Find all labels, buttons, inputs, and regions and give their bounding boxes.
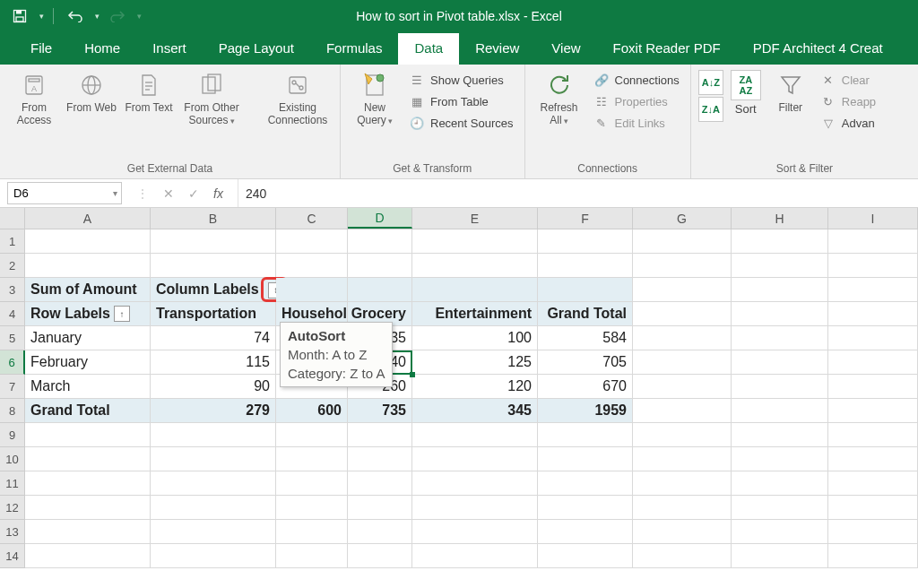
cell[interactable]: 125 [412, 350, 538, 375]
cell[interactable] [828, 399, 918, 423]
cell[interactable]: Sum of Amount [25, 278, 151, 302]
cell[interactable] [412, 254, 538, 278]
formula-input[interactable]: 240 [238, 179, 918, 207]
cell[interactable] [538, 278, 633, 302]
name-box[interactable]: D6 ▾ [7, 182, 122, 204]
advanced-button[interactable]: ▽Advan [817, 113, 879, 133]
row-header[interactable]: 14 [0, 544, 25, 568]
qat-dropdown-icon[interactable]: ▾ [39, 12, 44, 21]
cell[interactable]: 100 [412, 326, 538, 350]
row-header[interactable]: 1 [0, 229, 25, 254]
worksheet-grid[interactable]: A B C D E F G H I 123Sum of AmountColumn… [0, 208, 918, 568]
cell[interactable] [732, 375, 828, 399]
cell[interactable] [633, 544, 732, 568]
cell[interactable] [633, 423, 732, 447]
row-header[interactable]: 6 [0, 350, 25, 375]
connections-button[interactable]: 🔗Connections [590, 70, 683, 90]
cell[interactable] [538, 496, 633, 520]
cell[interactable] [633, 520, 732, 544]
cell[interactable]: 735 [348, 399, 412, 423]
cell[interactable] [348, 496, 412, 520]
cell[interactable] [151, 520, 276, 544]
cell[interactable]: 600 [276, 399, 348, 423]
cell[interactable] [828, 496, 918, 520]
cell[interactable] [151, 447, 276, 471]
cell[interactable] [633, 471, 732, 496]
cell[interactable] [828, 423, 918, 447]
cell[interactable] [538, 544, 633, 568]
cell[interactable] [25, 229, 151, 254]
cell[interactable] [25, 254, 151, 278]
row-header[interactable]: 7 [0, 375, 25, 399]
cell[interactable] [25, 496, 151, 520]
cell[interactable] [276, 496, 348, 520]
col-header[interactable]: I [828, 208, 918, 229]
new-query-button[interactable]: New Query▾ [348, 68, 402, 127]
tab-home[interactable]: Home [68, 33, 136, 65]
cell[interactable]: Entertainment [412, 302, 538, 326]
chevron-down-icon[interactable]: ▾ [113, 188, 117, 198]
cell[interactable] [828, 254, 918, 278]
cell[interactable] [151, 544, 276, 568]
sort-az-button[interactable]: A↓Z [698, 70, 723, 95]
cell[interactable]: Row Labels↑ [25, 302, 151, 326]
cell[interactable]: Transportation [151, 302, 276, 326]
cell[interactable] [412, 520, 538, 544]
show-queries-button[interactable]: ☰Show Queries [405, 70, 517, 90]
cell[interactable] [276, 447, 348, 471]
tab-page-layout[interactable]: Page Layout [203, 33, 310, 65]
cell[interactable] [276, 471, 348, 496]
cell[interactable] [276, 544, 348, 568]
cell[interactable] [732, 447, 828, 471]
cell[interactable] [828, 229, 918, 254]
tab-formulas[interactable]: Formulas [310, 33, 399, 65]
cell[interactable] [633, 350, 732, 375]
row-header[interactable]: 10 [0, 447, 25, 471]
cell[interactable] [348, 254, 412, 278]
col-header[interactable]: B [151, 208, 276, 229]
sort-za-button[interactable]: Z↓A [698, 97, 723, 122]
cell[interactable] [276, 278, 348, 302]
cell[interactable] [25, 544, 151, 568]
cell[interactable] [633, 399, 732, 423]
cell[interactable] [732, 399, 828, 423]
cell[interactable]: March [25, 375, 151, 399]
row-header[interactable]: 3 [0, 278, 25, 302]
cell[interactable] [828, 375, 918, 399]
cell[interactable] [348, 520, 412, 544]
cell[interactable] [538, 520, 633, 544]
cell[interactable] [538, 423, 633, 447]
cell[interactable]: 584 [538, 326, 633, 350]
cell[interactable] [412, 447, 538, 471]
col-header[interactable]: F [538, 208, 633, 229]
col-header[interactable]: E [412, 208, 538, 229]
cell[interactable] [732, 423, 828, 447]
cell[interactable] [828, 302, 918, 326]
tab-view[interactable]: View [535, 33, 596, 65]
cell[interactable] [348, 229, 412, 254]
cell[interactable] [276, 254, 348, 278]
cell[interactable]: 345 [412, 399, 538, 423]
cell[interactable] [25, 423, 151, 447]
refresh-all-button[interactable]: Refresh All▾ [533, 68, 586, 127]
cell[interactable] [633, 496, 732, 520]
save-button[interactable] [7, 4, 32, 29]
cell[interactable] [828, 520, 918, 544]
cell[interactable] [151, 423, 276, 447]
col-header[interactable]: A [25, 208, 151, 229]
select-all-button[interactable] [0, 208, 25, 229]
row-header[interactable]: 2 [0, 254, 25, 278]
cell[interactable]: 670 [538, 375, 633, 399]
cell[interactable]: 1959 [538, 399, 633, 423]
row-header[interactable]: 9 [0, 423, 25, 447]
cell[interactable] [732, 229, 828, 254]
cell[interactable] [276, 423, 348, 447]
tab-data[interactable]: Data [398, 33, 459, 65]
row-header[interactable]: 13 [0, 520, 25, 544]
cell[interactable] [828, 447, 918, 471]
cell[interactable] [633, 375, 732, 399]
from-access-button[interactable]: A From Access [7, 68, 61, 127]
existing-connections-button[interactable]: Existing Connections [263, 68, 333, 127]
cell[interactable] [633, 447, 732, 471]
tab-file[interactable]: File [14, 33, 68, 65]
